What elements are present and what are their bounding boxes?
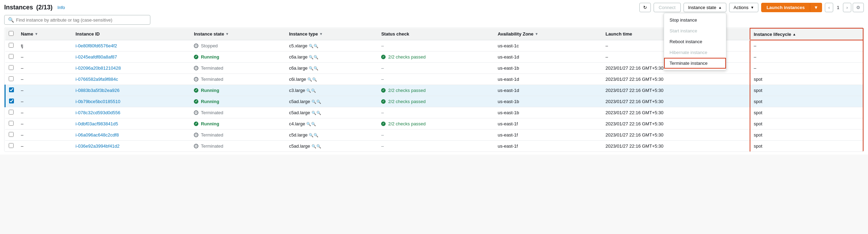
instance-type-sort-icon[interactable]: ▼ bbox=[319, 32, 323, 36]
row-state: ✓Running bbox=[190, 118, 285, 130]
page-number: 1 bbox=[835, 5, 841, 10]
hibernate-instance-item: Hibernate instance bbox=[664, 47, 726, 58]
row-checkbox[interactable] bbox=[9, 110, 14, 115]
row-name: – bbox=[17, 63, 72, 74]
row-state: ⊖Terminated bbox=[190, 130, 285, 141]
instance-id-link[interactable]: i-06a096ac648c2cdf8 bbox=[76, 132, 119, 138]
instance-state-sort-icon[interactable]: ▼ bbox=[226, 32, 229, 36]
row-instance-id: i-0dbf03acf983841d5 bbox=[72, 118, 190, 130]
row-checkbox-cell bbox=[5, 130, 18, 141]
row-status-check: – bbox=[378, 40, 494, 52]
row-name: – bbox=[17, 118, 72, 130]
instance-id-link[interactable]: i-0dbf03acf983841d5 bbox=[76, 121, 118, 126]
row-instance-id: i-0883b3a5f3b2ea926 bbox=[72, 85, 190, 96]
row-az: us-east-1b bbox=[494, 96, 602, 107]
row-status-check: ✓2/2 checks passed bbox=[378, 118, 494, 130]
refresh-button[interactable]: ↻ bbox=[639, 3, 651, 12]
row-instance-type: c5ad.large 🔍🔍 bbox=[285, 141, 378, 152]
row-state: ⊖Stopped bbox=[190, 40, 285, 52]
row-instance-id: i-0b79bce5bc0185510 bbox=[72, 96, 190, 107]
instance-state-dropdown[interactable]: Instance state ▲ Stop instance Start ins… bbox=[684, 3, 726, 12]
status-check-dash: – bbox=[381, 43, 384, 48]
row-az: us-east-1f bbox=[494, 141, 602, 152]
row-checkbox[interactable] bbox=[9, 132, 14, 137]
status-check-dash: – bbox=[381, 77, 384, 82]
instance-state-label: Instance state bbox=[688, 5, 716, 10]
launch-instances-dropdown-button[interactable]: ▼ bbox=[810, 3, 822, 12]
instance-state-button[interactable]: Instance state ▲ bbox=[684, 3, 726, 12]
row-checkbox[interactable] bbox=[9, 99, 14, 103]
row-checkbox[interactable] bbox=[9, 76, 14, 81]
status-terminated: ⊖Terminated bbox=[194, 132, 282, 138]
row-checkbox[interactable] bbox=[9, 121, 14, 126]
lifecycle-sort-icon[interactable]: ▲ bbox=[792, 32, 796, 36]
row-instance-id: i-036e92a3994bf41d2 bbox=[72, 141, 190, 152]
row-instance-id: i-078c32cd593d0d556 bbox=[72, 107, 190, 118]
row-az: us-east-1d bbox=[494, 85, 602, 96]
row-status-check: ✓2/2 checks passed bbox=[378, 52, 494, 63]
row-state: ✓Running bbox=[190, 96, 285, 107]
status-terminated: ⊖Terminated bbox=[194, 65, 282, 71]
az-sort-icon[interactable]: ▼ bbox=[535, 32, 538, 36]
row-checkbox[interactable] bbox=[9, 143, 14, 148]
instance-id-link[interactable]: i-036e92a3994bf41d2 bbox=[76, 143, 120, 149]
row-state: ⊖Terminated bbox=[190, 141, 285, 152]
row-lifecycle: spot bbox=[750, 107, 863, 118]
instance-id-link[interactable]: i-078c32cd593d0d556 bbox=[76, 110, 120, 115]
row-checkbox[interactable] bbox=[9, 43, 14, 48]
instance-id-link[interactable]: i-0e80f80fd6576e4f2 bbox=[76, 43, 117, 48]
row-checkbox[interactable] bbox=[9, 87, 14, 92]
table-row: – i-02096a20b81210428 ⊖Terminated c6a.la… bbox=[5, 63, 863, 74]
select-all-checkbox[interactable] bbox=[9, 31, 14, 36]
row-instance-type: c3.large 🔍🔍 bbox=[285, 85, 378, 96]
row-state: ✓Running bbox=[190, 52, 285, 63]
row-name: – bbox=[17, 85, 72, 96]
stop-instance-item[interactable]: Stop instance bbox=[664, 15, 726, 25]
row-checkbox[interactable] bbox=[9, 54, 14, 59]
actions-button[interactable]: Actions ▼ bbox=[729, 3, 759, 12]
instance-id-link[interactable]: i-02096a20b81210428 bbox=[76, 65, 121, 71]
instance-id-link[interactable]: i-0b79bce5bc0185510 bbox=[76, 99, 120, 104]
row-checkbox-cell bbox=[5, 141, 18, 152]
row-lifecycle: spot bbox=[750, 141, 863, 152]
refresh-icon: ↻ bbox=[643, 5, 647, 10]
instance-id-link[interactable]: i-0766582a9fa9f884c bbox=[76, 77, 118, 82]
status-terminated: ⊖Terminated bbox=[194, 143, 282, 149]
row-name: – bbox=[17, 141, 72, 152]
search-box: 🔍 bbox=[4, 15, 150, 25]
row-instance-id: i-02096a20b81210428 bbox=[72, 63, 190, 74]
instance-count: (2/13) bbox=[36, 4, 53, 11]
row-name: tj bbox=[17, 40, 72, 52]
prev-page-button[interactable]: ‹ bbox=[825, 3, 833, 12]
row-checkbox[interactable] bbox=[9, 65, 14, 70]
search-input[interactable] bbox=[16, 17, 147, 23]
launch-instances-button[interactable]: Launch instances bbox=[761, 3, 810, 12]
instances-table: Name ▼ Instance ID Instance state ▼ bbox=[4, 28, 864, 152]
table-row: – i-078c32cd593d0d556 ⊖Terminated c5ad.l… bbox=[5, 107, 863, 118]
status-check-passed: ✓2/2 checks passed bbox=[381, 99, 491, 104]
name-sort-icon[interactable]: ▼ bbox=[34, 32, 38, 36]
row-status-check: – bbox=[378, 63, 494, 74]
terminate-instance-item[interactable]: Terminate instance bbox=[664, 58, 726, 69]
row-state: ⊖Terminated bbox=[190, 107, 285, 118]
name-column-header: Name ▼ bbox=[17, 28, 72, 40]
az-column-header: Availability Zone ▼ bbox=[494, 28, 602, 40]
row-lifecycle: spot bbox=[750, 85, 863, 96]
settings-button[interactable]: ⚙ bbox=[853, 3, 864, 12]
row-name: – bbox=[17, 107, 72, 118]
actions-label: Actions bbox=[734, 5, 749, 10]
info-link[interactable]: Info bbox=[57, 5, 65, 10]
row-state: ⊖Terminated bbox=[190, 74, 285, 85]
row-instance-id: i-06a096ac648c2cdf8 bbox=[72, 130, 190, 141]
status-check-passed: ✓2/2 checks passed bbox=[381, 88, 491, 93]
chevron-down-icon: ▼ bbox=[750, 6, 754, 9]
instance-id-link[interactable]: i-0883b3a5f3b2ea926 bbox=[76, 88, 120, 93]
instance-id-link[interactable]: i-0245eafdf80a8af87 bbox=[76, 54, 117, 60]
row-instance-type: c6a.large 🔍🔍 bbox=[285, 52, 378, 63]
next-page-button[interactable]: › bbox=[843, 3, 851, 12]
row-launch-time: 2023/01/27 22:16 GMT+5:30 bbox=[602, 85, 750, 96]
status-running: ✓Running bbox=[194, 121, 282, 126]
reboot-instance-item[interactable]: Reboot instance bbox=[664, 36, 726, 47]
row-checkbox-cell bbox=[5, 74, 18, 85]
connect-button[interactable]: Connect bbox=[654, 3, 681, 12]
